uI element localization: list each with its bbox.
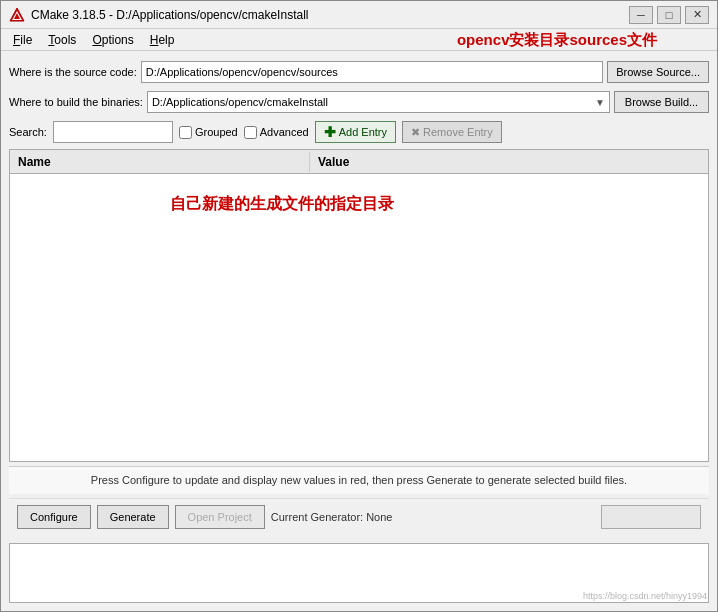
cmake-icon <box>9 7 25 23</box>
toolbar-row: Search: Grouped Advanced ✚ Add Entry ✖ R… <box>9 119 709 145</box>
watermark: https://blog.csdn.net/hinyy1994 <box>583 591 707 601</box>
maximize-button[interactable]: □ <box>657 6 681 24</box>
remove-entry-label: Remove Entry <box>423 126 493 138</box>
plus-icon: ✚ <box>324 124 336 140</box>
generate-button[interactable]: Generate <box>97 505 169 529</box>
remove-icon: ✖ <box>411 126 420 138</box>
data-table: Name Value 自己新建的生成文件的指定目录 <box>9 149 709 462</box>
advanced-checkbox-label[interactable]: Advanced <box>244 126 309 139</box>
table-body: 自己新建的生成文件的指定目录 <box>10 174 708 461</box>
name-column-header: Name <box>10 152 310 172</box>
build-dropdown[interactable]: D:/Applications/opencv/cmakeInstall ▼ <box>147 91 610 113</box>
window-title: CMake 3.18.5 - D:/Applications/opencv/cm… <box>31 8 629 22</box>
menu-help[interactable]: Help <box>142 31 183 49</box>
open-project-button[interactable]: Open Project <box>175 505 265 529</box>
build-value: D:/Applications/opencv/cmakeInstall <box>152 96 328 108</box>
extra-button[interactable] <box>601 505 701 529</box>
menu-options[interactable]: Options <box>84 31 141 49</box>
table-header: Name Value <box>10 150 708 174</box>
configure-button[interactable]: Configure <box>17 505 91 529</box>
title-bar: CMake 3.18.5 - D:/Applications/opencv/cm… <box>1 1 717 29</box>
bottom-area: https://blog.csdn.net/hinyy1994 <box>9 543 709 603</box>
add-entry-button[interactable]: ✚ Add Entry <box>315 121 396 143</box>
browse-source-button[interactable]: Browse Source... <box>607 61 709 83</box>
grouped-label: Grouped <box>195 126 238 138</box>
status-message: Press Configure to update and display ne… <box>9 466 709 494</box>
source-label: Where is the source code: <box>9 66 137 78</box>
value-column-header: Value <box>310 152 708 172</box>
add-entry-label: Add Entry <box>339 126 387 138</box>
annotation-bottom: 自己新建的生成文件的指定目录 <box>170 194 394 215</box>
search-label: Search: <box>9 126 47 138</box>
close-button[interactable]: ✕ <box>685 6 709 24</box>
menu-tools[interactable]: Tools <box>40 31 84 49</box>
window-controls: ─ □ ✕ <box>629 6 709 24</box>
main-window: CMake 3.18.5 - D:/Applications/opencv/cm… <box>0 0 718 612</box>
dropdown-arrow-icon: ▼ <box>595 97 605 108</box>
menu-file[interactable]: File <box>5 31 40 49</box>
minimize-button[interactable]: ─ <box>629 6 653 24</box>
browse-build-button[interactable]: Browse Build... <box>614 91 709 113</box>
advanced-label: Advanced <box>260 126 309 138</box>
advanced-checkbox[interactable] <box>244 126 257 139</box>
remove-entry-button[interactable]: ✖ Remove Entry <box>402 121 502 143</box>
content-area: Where is the source code: Browse Source.… <box>1 51 717 543</box>
source-row: Where is the source code: Browse Source.… <box>9 59 709 85</box>
build-row: Where to build the binaries: D:/Applicat… <box>9 89 709 115</box>
button-row: Configure Generate Open Project Current … <box>9 498 709 535</box>
build-label: Where to build the binaries: <box>9 96 143 108</box>
menu-bar: File Tools Options Help <box>1 29 717 51</box>
current-generator-label: Current Generator: None <box>271 511 393 523</box>
search-input[interactable] <box>53 121 173 143</box>
grouped-checkbox[interactable] <box>179 126 192 139</box>
grouped-checkbox-label[interactable]: Grouped <box>179 126 238 139</box>
source-input[interactable] <box>141 61 603 83</box>
